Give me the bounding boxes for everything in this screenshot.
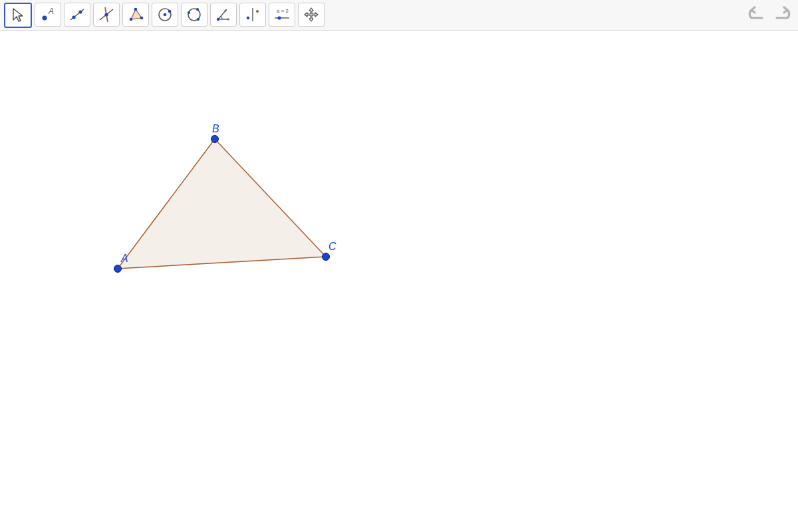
history-controls	[745, 0, 794, 30]
tool-polygon[interactable]	[122, 3, 149, 27]
redo-button[interactable]	[770, 4, 794, 27]
svg-point-18	[197, 17, 200, 20]
perpendicular-icon	[98, 6, 115, 23]
point-b[interactable]	[211, 136, 219, 143]
tool-move[interactable]	[4, 3, 32, 28]
svg-point-7	[104, 13, 108, 16]
geometry-layer: A B C	[0, 31, 798, 532]
point-c[interactable]	[323, 253, 330, 261]
move-arrows-icon	[303, 6, 320, 23]
line-icon	[68, 6, 86, 23]
svg-point-23	[247, 16, 250, 19]
svg-point-9	[130, 17, 133, 21]
tool-move-view[interactable]	[298, 3, 325, 27]
tool-line[interactable]	[64, 3, 90, 27]
tool-circle[interactable]	[152, 3, 178, 27]
circle-icon	[156, 6, 174, 23]
label-c: C	[329, 241, 336, 252]
tool-perpendicular-line[interactable]	[93, 3, 120, 27]
tool-point[interactable]: A	[35, 3, 61, 27]
svg-point-17	[196, 7, 199, 10]
reflect-icon	[244, 6, 261, 23]
svg-text:A: A	[48, 7, 54, 16]
polygon-abc[interactable]	[118, 139, 326, 269]
cursor-icon	[9, 7, 27, 24]
graphics-canvas[interactable]: A B C	[0, 31, 798, 532]
svg-marker-8	[131, 9, 142, 19]
tool-conic[interactable]	[181, 3, 207, 27]
svg-point-4	[78, 10, 82, 13]
svg-point-13	[164, 13, 167, 16]
svg-point-0	[43, 15, 47, 20]
redo-icon	[772, 6, 792, 25]
svg-point-11	[140, 16, 144, 19]
svg-point-20	[227, 18, 229, 20]
svg-point-19	[217, 17, 219, 20]
toolbar: A	[0, 0, 798, 31]
svg-point-14	[168, 9, 172, 13]
tool-slider[interactable]: a = 2	[269, 3, 295, 27]
tool-angle[interactable]	[210, 3, 237, 27]
svg-point-10	[134, 7, 138, 11]
svg-text:a = 2: a = 2	[277, 8, 289, 14]
label-a: A	[120, 253, 128, 264]
svg-point-3	[72, 15, 75, 19]
label-b: B	[212, 123, 219, 134]
svg-point-27	[277, 16, 281, 19]
undo-icon	[747, 6, 767, 25]
polygon-icon	[127, 6, 144, 23]
point-a[interactable]	[114, 265, 122, 273]
tool-reflect[interactable]	[239, 3, 266, 27]
undo-button[interactable]	[745, 4, 769, 27]
angle-icon	[215, 6, 232, 23]
tool-group: A	[4, 3, 325, 28]
point-icon: A	[39, 6, 57, 23]
svg-point-21	[225, 9, 227, 11]
svg-point-16	[188, 11, 190, 13]
slider-icon: a = 2	[271, 6, 293, 23]
svg-point-24	[256, 10, 259, 13]
conic-icon	[186, 6, 203, 23]
